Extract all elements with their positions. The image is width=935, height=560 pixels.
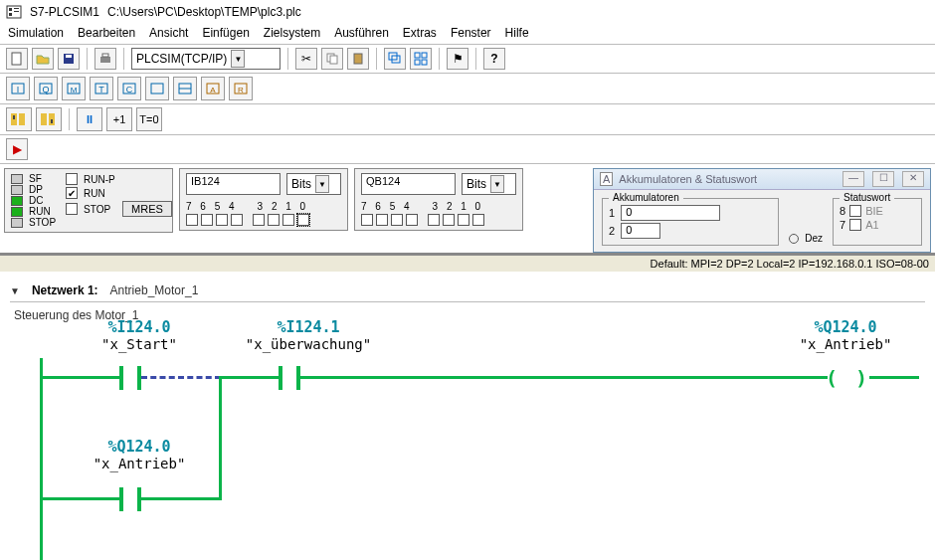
separator — [87, 48, 88, 70]
qb-bit-5[interactable] — [391, 214, 403, 226]
paste-icon[interactable] — [347, 48, 369, 70]
bit-labels-lo: 3 2 1 0 — [433, 201, 484, 212]
print-icon[interactable] — [94, 48, 116, 70]
network-label: Netzwerk 1: — [32, 283, 98, 297]
led-label: STOP — [29, 217, 56, 228]
dez-radio[interactable] — [789, 234, 799, 244]
a1-checkbox[interactable] — [849, 219, 861, 231]
status-8: 8 — [840, 205, 845, 217]
ib-bit-2[interactable] — [268, 214, 280, 226]
new-icon[interactable] — [6, 48, 28, 70]
svg-rect-11 — [330, 56, 337, 64]
menu-bearbeiten[interactable]: Bearbeiten — [78, 26, 135, 40]
ladder-diagram: %I124.0 "x_Start" %I124.1 "x_überwachung… — [10, 358, 925, 560]
record-icon[interactable]: ▶ — [6, 138, 28, 160]
flag-icon[interactable]: ⚑ — [447, 48, 468, 70]
qb-address-input[interactable]: QB124 — [361, 173, 456, 195]
menu-fenster[interactable]: Fenster — [451, 26, 491, 40]
run-checkbox[interactable]: ✔ — [66, 187, 78, 199]
accu-1-value[interactable]: 0 — [621, 205, 720, 221]
svg-rect-8 — [100, 57, 110, 63]
panels-row: SF DP DC RUN STOP RUN-P ✔RUN STOP MRES I… — [0, 164, 935, 255]
qb-bit-1[interactable] — [458, 214, 469, 226]
qb-format-combo[interactable]: Bits▼ — [462, 173, 516, 195]
save-icon[interactable] — [58, 48, 80, 70]
separator — [439, 48, 440, 70]
stop-checkbox[interactable] — [66, 203, 78, 215]
insert-q-icon[interactable]: Q — [34, 77, 58, 100]
insert-c-icon[interactable]: C — [117, 77, 141, 100]
minimize-button[interactable]: — — [842, 171, 864, 187]
dropdown-arrow-icon[interactable]: ▼ — [231, 50, 245, 68]
menu-zielsystem[interactable]: Zielsystem — [264, 26, 320, 40]
led-run — [11, 207, 23, 217]
cut-icon[interactable]: ✂ — [295, 48, 317, 70]
run-switch-icon[interactable] — [6, 107, 32, 131]
step-button[interactable]: +1 — [106, 107, 132, 131]
ib-bit-3[interactable] — [253, 214, 265, 226]
qb-bit-2[interactable] — [443, 214, 455, 226]
ib-bit-1[interactable] — [282, 214, 294, 226]
copy-icon[interactable] — [321, 48, 343, 70]
contact-x-start[interactable] — [119, 366, 141, 390]
tile-icon[interactable] — [410, 48, 432, 70]
insert-vat-icon[interactable] — [173, 77, 197, 100]
accu-1-label: 1 — [609, 207, 615, 219]
reset-timer-button[interactable]: T=0 — [136, 107, 162, 131]
close-button[interactable]: ✕ — [902, 171, 924, 187]
mres-button[interactable]: MRES — [122, 201, 172, 217]
bie-checkbox[interactable] — [849, 205, 861, 217]
insert-stack-icon[interactable]: A — [201, 77, 225, 100]
help-icon[interactable]: ? — [483, 48, 505, 70]
menu-ansicht[interactable]: Ansicht — [149, 26, 188, 40]
ib-format: Bits — [291, 177, 311, 191]
cascade-icon[interactable] — [384, 48, 406, 70]
toolbar-run: II +1 T=0 — [0, 104, 935, 135]
accu-2-value[interactable]: 0 — [621, 223, 660, 239]
qb-bit-6[interactable] — [376, 214, 388, 226]
menu-ausfuehren[interactable]: Ausführen — [334, 26, 389, 40]
svg-rect-1 — [9, 8, 12, 11]
network-area: ▼ Netzwerk 1: Antrieb_Motor_1 Steuerung … — [0, 272, 935, 560]
led-label: SF — [29, 173, 42, 184]
pause-button[interactable]: II — [77, 107, 102, 131]
menu-simulation[interactable]: Simulation — [8, 26, 64, 40]
dropdown-arrow-icon[interactable]: ▼ — [490, 175, 504, 193]
collapse-arrow-icon[interactable]: ▼ — [10, 285, 20, 296]
ib-bit-4[interactable] — [231, 214, 243, 226]
toolbar-record: ▶ — [0, 135, 935, 164]
contact-x-ueberwachung[interactable] — [279, 366, 300, 390]
wire — [219, 376, 279, 379]
qb-bit-3[interactable] — [428, 214, 440, 226]
menu-einfuegen[interactable]: Einfügen — [202, 26, 249, 40]
runp-checkbox[interactable] — [66, 173, 78, 185]
insert-t-icon[interactable]: T — [90, 77, 113, 100]
ib-format-combo[interactable]: Bits▼ — [286, 173, 341, 195]
ib-bit-7[interactable] — [186, 214, 198, 226]
qb-bit-0[interactable] — [472, 214, 484, 226]
ib-bit-6[interactable] — [201, 214, 213, 226]
separator — [475, 48, 476, 70]
ib-bit-5[interactable] — [216, 214, 228, 226]
dropdown-arrow-icon[interactable]: ▼ — [315, 175, 329, 193]
insert-reg-icon[interactable]: R — [229, 77, 253, 100]
insert-m-icon[interactable]: M — [62, 77, 86, 100]
qb-bit-4[interactable] — [406, 214, 418, 226]
maximize-button[interactable]: ☐ — [872, 171, 894, 187]
menu-hilfe[interactable]: Hilfe — [505, 26, 529, 40]
insert-i-icon[interactable]: I — [6, 77, 30, 100]
insert-generic-icon[interactable] — [145, 77, 169, 100]
menu-extras[interactable]: Extras — [403, 26, 437, 40]
ib-bit-0[interactable] — [297, 214, 309, 226]
stop-switch-icon[interactable] — [36, 107, 62, 131]
contact-x-antrieb[interactable] — [119, 487, 141, 511]
connection-combo[interactable]: PLCSIM(TCP/IP) ▼ — [131, 48, 280, 70]
titlebar: S7-PLCSIM1 C:\Users\PC\Desktop\TEMP\plc3… — [0, 0, 935, 24]
coil-x-antrieb[interactable]: () — [826, 366, 867, 390]
svg-text:T: T — [98, 85, 104, 94]
ib-address-input[interactable]: IB124 — [186, 173, 280, 195]
wire-dashed — [141, 376, 221, 379]
qb-bit-7[interactable] — [361, 214, 373, 226]
qb-panel: QB124 Bits▼ 7 6 5 4 3 2 1 0 — [354, 168, 523, 231]
open-icon[interactable] — [32, 48, 54, 70]
